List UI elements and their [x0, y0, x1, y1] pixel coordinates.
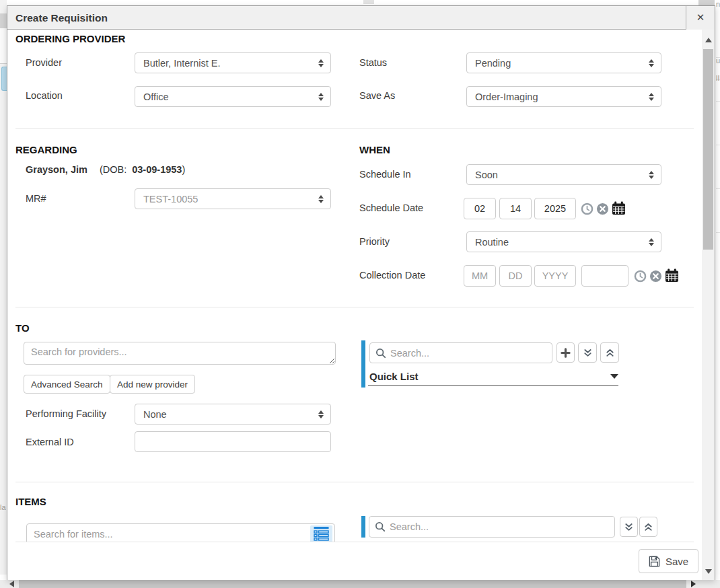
- mr-number-label: MR#: [26, 193, 46, 204]
- mr-number-select-value: TEST-10055: [143, 194, 312, 205]
- items-expand-all-button[interactable]: [620, 517, 638, 537]
- horizontal-scrollbar-thumb[interactable]: [19, 580, 686, 588]
- collection-time-clock-icon[interactable]: [634, 270, 647, 283]
- performing-facility-select-value: None: [143, 409, 312, 420]
- status-label: Status: [359, 57, 387, 68]
- external-id-input[interactable]: [135, 431, 331, 452]
- location-select[interactable]: Office: [135, 86, 331, 107]
- mr-number-select[interactable]: TEST-10055: [135, 188, 331, 209]
- when-heading: WHEN: [359, 144, 390, 155]
- location-label: Location: [26, 90, 63, 101]
- ordering-provider-heading: ORDERING PROVIDER: [15, 33, 125, 44]
- select-arrows-icon: [318, 93, 324, 101]
- items-panel-search-box[interactable]: [369, 516, 615, 538]
- save-button-label: Save: [665, 556, 688, 567]
- schedule-day-input[interactable]: [499, 198, 532, 219]
- background-text-fragment: ur: [716, 57, 720, 65]
- dialog-title: Create Requisition: [15, 6, 108, 30]
- background-fragment: [363, 0, 374, 4]
- performing-facility-label: Performing Facility: [26, 408, 106, 419]
- status-select[interactable]: Pending: [466, 52, 661, 73]
- performing-facility-select[interactable]: None: [135, 404, 331, 425]
- priority-select[interactable]: Routine: [466, 231, 661, 252]
- collection-date-label: Collection Date: [359, 270, 425, 281]
- schedule-in-select-value: Soon: [475, 170, 642, 180]
- schedule-year-input[interactable]: [534, 198, 576, 219]
- collection-day-input[interactable]: [499, 265, 532, 287]
- background-text-fragment: la: [0, 503, 6, 511]
- schedule-date-clear-icon[interactable]: [596, 203, 609, 215]
- chevron-double-up-icon: [643, 522, 653, 532]
- schedule-date-label: Schedule Date: [359, 203, 423, 213]
- background-fragment: [716, 101, 720, 102]
- plus-icon: [561, 348, 571, 358]
- dob-suffix: ): [182, 164, 185, 175]
- scroll-right-arrow-icon[interactable]: [691, 581, 696, 587]
- collection-date-clear-icon[interactable]: [649, 270, 662, 283]
- to-panel-search-box[interactable]: [369, 342, 552, 363]
- priority-select-value: Routine: [475, 237, 642, 248]
- background-text-fragment: n: [716, 0, 720, 8]
- save-as-select[interactable]: Order-Imaging: [466, 86, 661, 107]
- items-panel-search-input[interactable]: [390, 521, 609, 532]
- schedule-date-calendar-icon[interactable]: [612, 201, 626, 215]
- to-expand-all-button[interactable]: [578, 342, 597, 363]
- location-select-value: Office: [143, 91, 312, 102]
- close-button[interactable]: ✕: [686, 6, 715, 30]
- select-arrows-icon: [649, 93, 654, 101]
- save-as-label: Save As: [359, 90, 395, 101]
- patient-info-line: Grayson, Jim (DOB: 03-09-1953): [26, 164, 185, 175]
- to-panel-search-input[interactable]: [390, 348, 546, 359]
- scroll-up-arrow-icon[interactable]: [705, 38, 712, 42]
- select-arrows-icon: [318, 195, 324, 203]
- to-heading: TO: [15, 322, 30, 334]
- provider-select[interactable]: Butler, Internist E.: [135, 52, 331, 73]
- items-heading: ITEMS: [15, 496, 46, 507]
- chevron-double-down-icon: [624, 522, 634, 532]
- save-button[interactable]: Save: [639, 549, 698, 573]
- quick-list-underline: [368, 385, 618, 386]
- quick-list-toggle[interactable]: Quick List: [369, 371, 618, 382]
- select-arrows-icon: [318, 59, 324, 67]
- provider-label: Provider: [26, 57, 62, 68]
- add-new-provider-button[interactable]: Add new provider: [110, 375, 195, 394]
- add-provider-list-button[interactable]: [556, 342, 575, 363]
- background-fragment: [0, 28, 7, 64]
- item-search-input[interactable]: [34, 529, 310, 540]
- collection-date-calendar-icon[interactable]: [665, 268, 679, 283]
- to-collapse-all-button[interactable]: [600, 342, 619, 363]
- schedule-in-select[interactable]: Soon: [466, 164, 661, 185]
- external-id-label: External ID: [26, 437, 74, 447]
- collection-time-input[interactable]: [581, 265, 628, 287]
- dob-prefix: (DOB:: [100, 164, 127, 175]
- status-select-value: Pending: [475, 58, 642, 69]
- advanced-search-button[interactable]: Advanced Search: [24, 375, 110, 394]
- vertical-scrollbar[interactable]: [702, 30, 715, 580]
- provider-search-textarea[interactable]: [24, 342, 336, 365]
- vertical-scrollbar-thumb[interactable]: [703, 49, 713, 250]
- save-floppy-icon: [649, 556, 660, 567]
- dob-value: 03-09-1953: [132, 164, 182, 175]
- background-fragment: [716, 232, 720, 233]
- priority-label: Priority: [359, 236, 390, 247]
- regarding-heading: REGARDING: [15, 144, 77, 155]
- schedule-time-clock-icon[interactable]: [581, 203, 593, 215]
- quick-list-label: Quick List: [369, 371, 610, 382]
- collection-year-input[interactable]: [534, 265, 576, 287]
- select-arrows-icon: [649, 238, 654, 246]
- background-fragment: [698, 0, 715, 5]
- collection-month-input[interactable]: [464, 265, 496, 287]
- to-panel-accent-bar: [361, 340, 365, 388]
- schedule-in-label: Schedule In: [359, 169, 411, 180]
- create-requisition-dialog: Create Requisition ✕ ORDERING PROVIDER P…: [7, 5, 715, 580]
- horizontal-scrollbar[interactable]: [0, 580, 720, 588]
- schedule-month-input[interactable]: [464, 198, 496, 219]
- scroll-down-arrow-icon[interactable]: [705, 569, 712, 574]
- items-panel-accent-bar: [361, 516, 365, 538]
- section-divider: [15, 482, 694, 482]
- item-list-view-icon[interactable]: [310, 525, 332, 544]
- items-collapse-all-button[interactable]: [639, 517, 657, 537]
- provider-select-value: Butler, Internist E.: [143, 58, 312, 69]
- background-fragment: [1, 67, 7, 91]
- scroll-left-arrow-icon[interactable]: [9, 581, 14, 587]
